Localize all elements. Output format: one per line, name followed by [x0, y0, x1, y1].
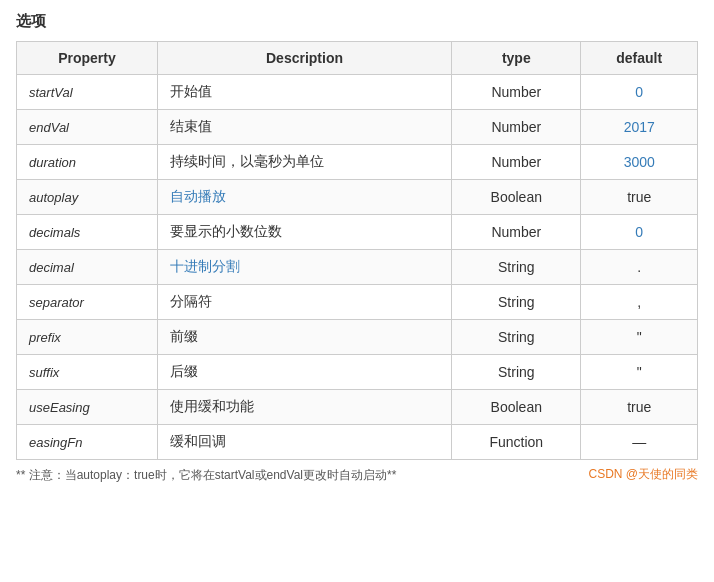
- cell-type: String: [452, 250, 581, 285]
- cell-type: String: [452, 320, 581, 355]
- table-row: easingFn缓和回调Function—: [17, 425, 698, 460]
- table-row: useEasing使用缓和功能Booleantrue: [17, 390, 698, 425]
- cell-description: 自动播放: [157, 180, 451, 215]
- header-type: type: [452, 42, 581, 75]
- cell-type: Boolean: [452, 390, 581, 425]
- cell-property: useEasing: [17, 390, 158, 425]
- cell-property: separator: [17, 285, 158, 320]
- options-table: Property Description type default startV…: [16, 41, 698, 460]
- footnote-area: CSDN @天使的同类 ** 注意：当autoplay：true时，它将在sta…: [16, 466, 698, 484]
- cell-description: 十进制分割: [157, 250, 451, 285]
- page-title: 选项: [16, 12, 698, 31]
- cell-default: ,: [581, 285, 698, 320]
- table-row: decimal十进制分割String.: [17, 250, 698, 285]
- cell-default: —: [581, 425, 698, 460]
- cell-default: 2017: [581, 110, 698, 145]
- table-row: prefix前缀String": [17, 320, 698, 355]
- cell-default: 0: [581, 75, 698, 110]
- table-row: suffix后缀String": [17, 355, 698, 390]
- table-row: decimals要显示的小数位数Number0: [17, 215, 698, 250]
- cell-property: prefix: [17, 320, 158, 355]
- csdn-note: CSDN @天使的同类: [588, 466, 698, 483]
- cell-default: 0: [581, 215, 698, 250]
- footnote-text: ** 注意：当autoplay：true时，它将在startVal或endVal…: [16, 468, 396, 482]
- cell-default: 3000: [581, 145, 698, 180]
- cell-type: Function: [452, 425, 581, 460]
- cell-type: String: [452, 285, 581, 320]
- cell-description: 结束值: [157, 110, 451, 145]
- cell-default: ": [581, 320, 698, 355]
- table-header-row: Property Description type default: [17, 42, 698, 75]
- header-property: Property: [17, 42, 158, 75]
- cell-description: 持续时间，以毫秒为单位: [157, 145, 451, 180]
- cell-property: suffix: [17, 355, 158, 390]
- cell-default: ": [581, 355, 698, 390]
- cell-property: startVal: [17, 75, 158, 110]
- table-row: autoplay自动播放Booleantrue: [17, 180, 698, 215]
- cell-description: 要显示的小数位数: [157, 215, 451, 250]
- cell-description: 分隔符: [157, 285, 451, 320]
- cell-default: true: [581, 390, 698, 425]
- header-description: Description: [157, 42, 451, 75]
- cell-property: easingFn: [17, 425, 158, 460]
- cell-type: Number: [452, 145, 581, 180]
- cell-description: 前缀: [157, 320, 451, 355]
- cell-property: duration: [17, 145, 158, 180]
- table-row: duration持续时间，以毫秒为单位Number3000: [17, 145, 698, 180]
- table-row: startVal开始值Number0: [17, 75, 698, 110]
- cell-default: .: [581, 250, 698, 285]
- cell-property: decimals: [17, 215, 158, 250]
- cell-default: true: [581, 180, 698, 215]
- cell-description: 后缀: [157, 355, 451, 390]
- cell-description: 使用缓和功能: [157, 390, 451, 425]
- table-row: separator分隔符String,: [17, 285, 698, 320]
- cell-property: decimal: [17, 250, 158, 285]
- cell-type: Number: [452, 215, 581, 250]
- cell-description: 缓和回调: [157, 425, 451, 460]
- cell-type: Number: [452, 75, 581, 110]
- cell-type: Number: [452, 110, 581, 145]
- cell-type: Boolean: [452, 180, 581, 215]
- cell-property: autoplay: [17, 180, 158, 215]
- cell-type: String: [452, 355, 581, 390]
- header-default: default: [581, 42, 698, 75]
- table-row: endVal结束值Number2017: [17, 110, 698, 145]
- cell-property: endVal: [17, 110, 158, 145]
- cell-description: 开始值: [157, 75, 451, 110]
